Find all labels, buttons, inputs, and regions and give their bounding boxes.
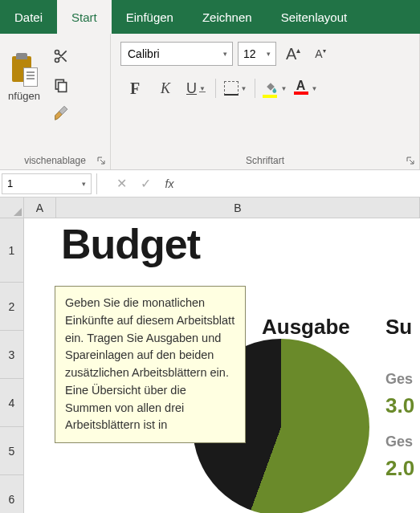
cut-button[interactable] <box>50 45 72 67</box>
ribbon-tabs: Datei Start Einfügen Zeichnen Seitenlayo… <box>0 0 420 34</box>
bucket-icon <box>263 80 279 96</box>
tab-file[interactable]: Datei <box>0 0 57 34</box>
copy-icon <box>53 77 69 93</box>
paste-label: nfügen <box>8 90 40 102</box>
copy-button[interactable] <box>50 74 72 96</box>
paste-button[interactable]: nfügen <box>5 42 43 114</box>
fill-color-button[interactable]: ▼ <box>260 75 289 101</box>
chevron-down-icon: ▾ <box>267 50 271 58</box>
cancel-formula-button[interactable]: ✕ <box>109 173 133 194</box>
group-clipboard: nfügen vischenablage <box>0 34 111 169</box>
bold-button[interactable]: F <box>120 75 149 101</box>
row-headers: 1 2 3 4 5 6 <box>0 218 24 513</box>
decrease-font-button[interactable]: A▾ <box>310 46 330 62</box>
font-color-button[interactable]: A▼ <box>291 75 320 101</box>
column-headers: A B <box>0 197 420 218</box>
format-painter-button[interactable] <box>50 103 72 125</box>
font-size-select[interactable]: 12 ▾ <box>238 42 276 66</box>
font-launcher[interactable] <box>405 155 416 166</box>
fx-icon: fx <box>165 177 174 190</box>
tab-pagelayout[interactable]: Seitenlayout <box>267 0 362 34</box>
tab-insert[interactable]: Einfügen <box>112 0 188 34</box>
cells-area[interactable]: Budget Ausgabe Su Ges 3.0 Ges 2.0 Geben … <box>24 218 420 513</box>
row-header-5[interactable]: 5 <box>0 427 23 475</box>
scissors-icon <box>53 48 69 64</box>
chevron-down-icon: ▾ <box>223 50 227 58</box>
total-value-1: 3.0 <box>385 393 414 418</box>
clipboard-icon <box>10 55 38 87</box>
select-all-corner[interactable] <box>0 197 24 218</box>
chevron-down-icon: ▾ <box>82 180 86 188</box>
column-header-A[interactable]: A <box>24 197 56 218</box>
name-box[interactable]: 1 ▾ <box>2 173 92 194</box>
italic-button[interactable]: K <box>151 75 180 101</box>
border-icon <box>224 81 239 96</box>
row-header-2[interactable]: 2 <box>0 283 23 331</box>
font-family-select[interactable]: Calibri ▾ <box>120 42 233 66</box>
insert-function-button[interactable]: fx <box>157 173 181 194</box>
column-header-B[interactable]: B <box>56 197 420 218</box>
row-header-6[interactable]: 6 <box>0 475 23 513</box>
check-icon: ✓ <box>141 176 151 191</box>
tab-draw[interactable]: Zeichnen <box>188 0 267 34</box>
font-color-icon: A <box>293 80 309 96</box>
launcher-icon <box>97 157 105 165</box>
column-expense-header: Ausgabe <box>262 315 350 340</box>
total-value-2: 2.0 <box>385 456 414 481</box>
row-header-3[interactable]: 3 <box>0 331 23 379</box>
sheet-title: Budget <box>61 220 200 268</box>
increase-font-button[interactable]: A▴ <box>281 43 305 65</box>
column-sum-header: Su <box>385 315 412 340</box>
total-label-2: Ges <box>385 434 413 450</box>
underline-button[interactable]: U▼ <box>181 75 210 101</box>
tab-home[interactable]: Start <box>57 0 112 34</box>
total-label-1: Ges <box>385 371 413 388</box>
help-tooltip: Geben Sie die monatlichen Einkünfte auf … <box>55 286 246 443</box>
worksheet: 1 2 3 4 5 6 Budget Ausgabe Su Ges 3.0 Ge… <box>0 218 420 513</box>
ribbon: nfügen vischenablage Calibri ▾ <box>0 34 420 170</box>
clipboard-launcher[interactable] <box>96 155 107 166</box>
paintbrush-icon <box>52 105 70 123</box>
group-font: Calibri ▾ 12 ▾ A▴ A▾ F K U▼ ▼ ▼ <box>111 34 420 169</box>
row-header-4[interactable]: 4 <box>0 379 23 427</box>
clipboard-group-label: vischenablage <box>0 155 110 166</box>
borders-button[interactable]: ▼ <box>221 75 250 101</box>
enter-formula-button[interactable]: ✓ <box>133 173 157 194</box>
svg-rect-1 <box>59 83 67 92</box>
row-header-1[interactable]: 1 <box>0 218 23 283</box>
launcher-icon <box>406 157 414 165</box>
x-icon: ✕ <box>116 176 127 191</box>
formula-bar: 1 ▾ ✕ ✓ fx <box>0 170 420 197</box>
font-group-label: Schriftart <box>111 155 419 166</box>
